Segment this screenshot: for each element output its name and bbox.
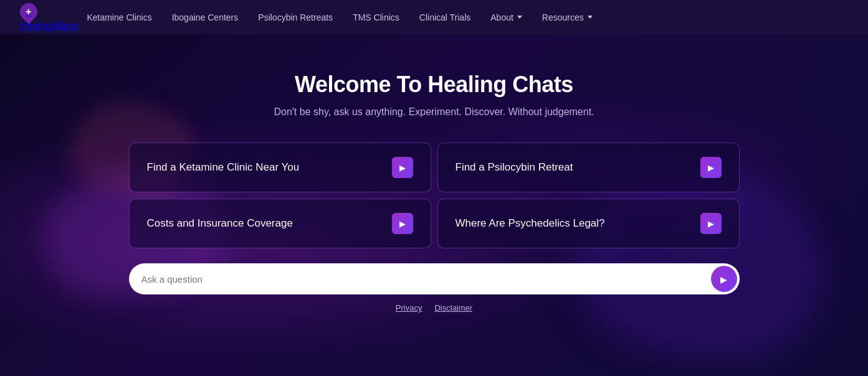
send-icon (720, 273, 727, 286)
nav-link-trials[interactable]: Clinical Trials (411, 7, 479, 27)
arrow-right-icon (708, 162, 714, 173)
navbar: HealingMaps Ketamine Clinics Ibogaine Ce… (0, 0, 868, 34)
arrow-right-icon (399, 162, 406, 173)
footer-links: Privacy Disclaimer (396, 303, 472, 313)
search-submit-button[interactable] (711, 266, 737, 292)
card-psilocybin-label: Find a Psilocybin Retreat (455, 161, 573, 174)
hero-title: Welcome To Healing Chats (274, 72, 594, 98)
chevron-down-icon (517, 16, 522, 19)
nav-link-resources[interactable]: Resources (533, 7, 601, 27)
arrow-right-icon (708, 218, 714, 229)
hero-section: Welcome To Healing Chats Don't be shy, a… (0, 34, 868, 376)
card-psilocybin-retreat[interactable]: Find a Psilocybin Retreat (437, 143, 740, 192)
search-bar (129, 263, 740, 294)
search-input[interactable] (141, 268, 711, 291)
arrow-right-icon (399, 218, 406, 229)
hero-subtitle: Don't be shy, ask us anything. Experimen… (274, 106, 594, 118)
card-psychedelics-arrow (700, 213, 722, 234)
card-psilocybin-arrow (700, 157, 722, 178)
card-costs-arrow (392, 213, 413, 234)
nav-link-ketamine[interactable]: Ketamine Clinics (78, 7, 160, 27)
nav-link-about[interactable]: About (482, 7, 531, 27)
search-wrapper (129, 263, 740, 294)
nav-link-ibogaine[interactable]: Ibogaine Centers (163, 7, 247, 27)
nav-link-tms[interactable]: TMS Clinics (344, 7, 408, 27)
nav-links: Ketamine Clinics Ibogaine Centers Psiloc… (78, 7, 601, 27)
hero-content: Welcome To Healing Chats Don't be shy, a… (274, 72, 594, 118)
card-psychedelics-legal[interactable]: Where Are Psychedelics Legal? (437, 199, 740, 248)
privacy-link[interactable]: Privacy (396, 303, 422, 313)
disclaimer-link[interactable]: Disclaimer (434, 303, 472, 313)
nav-logo[interactable]: HealingMaps (20, 3, 78, 32)
cards-grid: Find a Ketamine Clinic Near You Find a P… (129, 143, 740, 248)
card-psychedelics-label: Where Are Psychedelics Legal? (455, 217, 605, 230)
card-costs-label: Costs and Insurance Coverage (147, 217, 293, 230)
card-ketamine-clinic[interactable]: Find a Ketamine Clinic Near You (129, 143, 431, 192)
chevron-down-icon (588, 16, 593, 19)
card-costs-insurance[interactable]: Costs and Insurance Coverage (129, 199, 431, 248)
nav-link-psilocybin[interactable]: Psilocybin Retreats (249, 7, 341, 27)
card-ketamine-arrow (392, 157, 413, 178)
card-ketamine-label: Find a Ketamine Clinic Near You (147, 161, 300, 174)
